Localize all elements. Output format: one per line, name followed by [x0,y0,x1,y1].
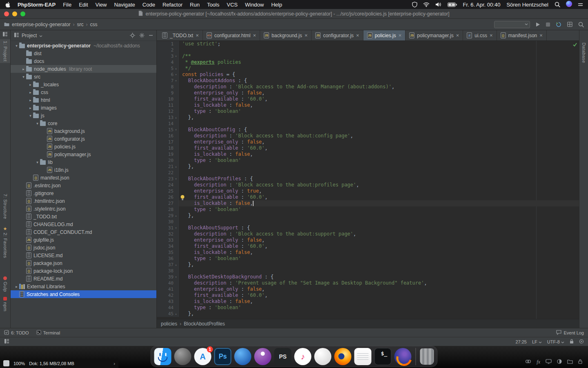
fold-marker-icon[interactable]: ▾ [174,128,178,132]
tree-item-node-modules[interactable]: ▸node_moduleslibrary root [11,65,156,73]
menu-item-run[interactable]: Run [190,2,200,8]
code-text-area[interactable]: description : 'Prevent usage of the "Set… [179,280,579,286]
code-text-area[interactable]: is_lockable : false, [179,200,579,206]
code-line-9[interactable]: 9 enterprise_only : false, [157,90,579,96]
code-line-28[interactable]: 28 type : 'boolean' [157,206,579,213]
tree-item-stylelintrc-json[interactable]: {}.stylelintrc.json [11,205,156,213]
run-config-dropdown[interactable] [494,21,530,28]
dock-photoshop-dark-icon[interactable]: PS [274,348,292,365]
chevron-down-icon[interactable]: ▾ [28,114,33,118]
dock-finder-icon[interactable] [154,348,172,365]
tree-item-lib[interactable]: ▾lib [11,158,156,166]
gutter[interactable]: 40 [157,280,179,286]
widget-app-icon[interactable] [3,360,9,366]
code-text-area[interactable]: enterprise_only : false, [179,90,579,96]
code-line-19[interactable]: 19 is_lockable : false, [157,151,579,157]
fold-marker-icon[interactable]: ▴ [174,67,178,70]
sync-icon[interactable] [556,22,561,27]
app-menu-title[interactable]: PhpStorm-EAP [18,2,56,8]
code-line-43[interactable]: 43 is_lockable : false, [157,298,579,305]
dock-app-white-icon[interactable] [314,348,332,365]
tree-item-core[interactable]: ▾core [11,119,156,127]
tree-item-readme-md[interactable]: README.md [11,275,156,283]
menu-user[interactable]: Sören Hentzschel [506,2,548,8]
tree-item-images[interactable]: ▸images [11,104,156,112]
tree-item-license-md[interactable]: LICENSE.md [11,251,156,259]
tool-button-event-log[interactable]: Event Log [556,330,584,336]
vpn-shield-icon[interactable] [412,2,417,7]
battery-icon[interactable] [448,2,457,7]
tree-item-todo-txt[interactable]: _TODO.txt [11,213,156,220]
code-text-area[interactable]: is_lockable : false, [179,102,579,108]
tree-item-dist[interactable]: dist [11,49,156,57]
code-line-20[interactable]: 20 type : 'boolean' [157,157,579,164]
tree-item-js[interactable]: ▾js [11,112,156,119]
code-line-18[interactable]: 18 first_available : '60.0', [157,145,579,151]
gutter[interactable]: 27 [157,200,179,206]
code-line-23[interactable]: 23▾ BlockAboutProfiles : { [157,176,579,182]
tree-item-manifest-json[interactable]: {}manifest.json [11,174,156,182]
code-text-area[interactable]: first_available : '60.0', [179,194,579,200]
code-line-42[interactable]: 42 first_available : '60.0', [157,292,579,298]
breadcrumb-enterprise-policy-generator[interactable]: enterprise-policy-generator [12,22,70,27]
intention-bulb-icon[interactable] [180,195,185,202]
code-text-area[interactable]: is_lockable : false, [179,151,579,157]
code-line-7[interactable]: 7▾ BlockAboutAddons : { [157,78,579,84]
gutter[interactable]: 6▾ [157,72,179,78]
tree-item-css[interactable]: ▸css [11,88,156,96]
tab-configurator-html[interactable]: <>configurator.html× [203,30,260,40]
code-line-6[interactable]: 6▾const policies = { [157,72,579,78]
tab-manifest-json[interactable]: {}manifest.json× [497,30,547,40]
tool-button-database[interactable]: Database [579,43,588,63]
inspection-status-icon[interactable] [572,42,577,48]
gutter[interactable]: 45▴ [157,311,179,317]
gutter[interactable]: 31▾ [157,225,179,231]
code-line-30[interactable]: 30 [157,219,579,225]
gutter[interactable]: 35 [157,249,179,256]
code-text-area[interactable]: * @exports policies [179,59,579,65]
gutter[interactable]: 28 [157,206,179,213]
code-text-area[interactable]: }, [179,213,579,219]
code-line-14[interactable]: 14 [157,121,579,127]
tab-policies-js[interactable]: JSpolicies.js× [363,30,406,40]
chevron-down-icon[interactable]: ▾ [35,160,40,164]
close-tab-icon[interactable]: × [356,33,359,38]
project-panel-title[interactable]: Project [22,33,37,38]
gutter[interactable]: 16 [157,133,179,139]
close-tab-icon[interactable]: × [253,33,256,38]
code-line-21[interactable]: 21▴ }, [157,164,579,170]
code-line-34[interactable]: 34 first_available : '60.0', [157,243,579,249]
fold-marker-icon[interactable]: ▴ [174,214,178,218]
menu-item-file[interactable]: File [63,2,71,8]
code-text-area[interactable]: BlockAboutProfiles : { [179,176,579,182]
search-icon[interactable] [578,22,584,27]
tab-configurator-js[interactable]: JSconfigurator.js× [312,30,363,40]
dock-textedit-icon[interactable] [354,348,372,365]
spotlight-icon[interactable] [555,2,560,7]
code-line-1[interactable]: 1'use strict'; [157,41,579,47]
code-text-area[interactable]: }, [179,262,579,268]
code-line-45[interactable]: 45▴ }, [157,311,579,317]
tree-item-jsdoc-json[interactable]: {}jsdoc.json [11,244,156,251]
code-line-17[interactable]: 17 enterprise_only : false, [157,139,579,145]
dock-launchpad-icon[interactable] [174,348,192,365]
tab-todo-txt[interactable]: _TODO.txt× [158,30,203,40]
display-icon[interactable] [546,359,552,364]
tree-item-src[interactable]: ▾src [11,73,156,81]
gutter[interactable]: 36 [157,256,179,262]
close-tab-icon[interactable]: × [399,33,402,38]
tree-item-package-lock-json[interactable]: {}package-lock.json [11,267,156,275]
code-line-44[interactable]: 44 type : 'boolean' [157,305,579,311]
fold-marker-icon[interactable]: ▴ [174,116,178,119]
tree-item-html[interactable]: ▸html [11,96,156,104]
link-icon[interactable] [525,359,531,364]
code-line-5[interactable]: 5▴ */ [157,65,579,72]
tree-item-configurator-js[interactable]: JSconfigurator.js [11,135,156,143]
code-line-25[interactable]: 25 enterprise_only : true, [157,188,579,194]
notification-center-icon[interactable] [578,2,583,7]
tree-item-htmllintrc-json[interactable]: {}.htmllintrc.json [11,197,156,205]
gutter[interactable]: 15▾ [157,127,179,133]
code-text-area[interactable]: }, [179,311,579,317]
code-line-11[interactable]: 11 is_lockable : false, [157,102,579,108]
code-line-3[interactable]: 3▾/** [157,53,579,59]
